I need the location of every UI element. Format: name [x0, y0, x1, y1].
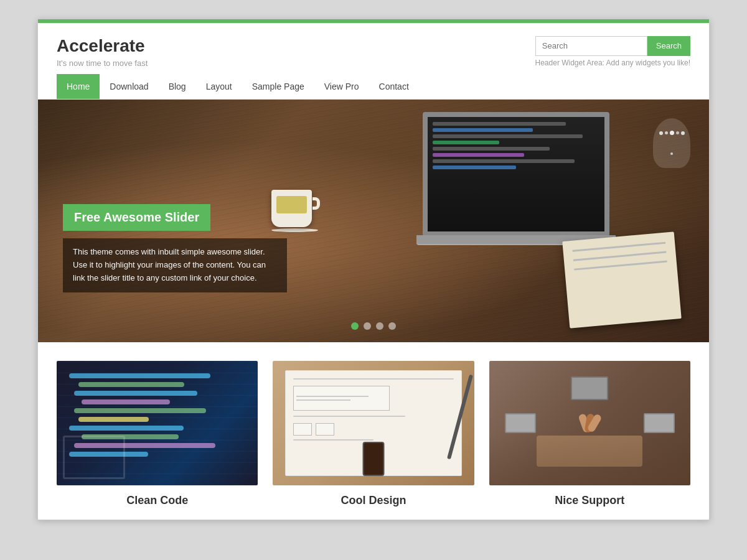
feature-card-support: Nice Support [489, 361, 690, 507]
slider-dot-4[interactable] [388, 322, 396, 330]
feature-title-support: Nice Support [555, 494, 624, 507]
nav-item-sample-page[interactable]: Sample Page [242, 74, 314, 99]
nav-item-home[interactable]: Home [57, 74, 100, 99]
support-overlay [489, 436, 690, 485]
header-widget-text: Header Widget Area: Add any widgets you … [535, 58, 690, 67]
feature-title-design: Cool Design [341, 494, 406, 507]
feature-card-code: Clean Code [57, 361, 258, 507]
search-bar: Search [535, 36, 690, 56]
slider-title-box: Free Awesome Slider [63, 204, 210, 231]
feature-card-design: Cool Design [273, 361, 474, 507]
nav-item-download[interactable]: Download [100, 74, 158, 99]
site-branding: Accelerate It's now time to move fast [57, 35, 148, 68]
header-right: Search Header Widget Area: Add any widge… [535, 36, 690, 67]
laptop-screen [423, 112, 609, 236]
feature-image-support [489, 361, 690, 485]
slider-dot-2[interactable] [364, 322, 371, 330]
slider-description: This theme comes with inbuilt simple awe… [73, 246, 277, 284]
nav-item-blog[interactable]: Blog [159, 74, 196, 99]
nav-item-contact[interactable]: Contact [369, 74, 419, 99]
search-button[interactable]: Search [647, 36, 690, 56]
feature-image-design [273, 361, 474, 485]
features-section: Clean Code [38, 342, 709, 520]
browser-window: Accelerate It's now time to move fast Se… [37, 19, 710, 520]
site-title: Accelerate [57, 35, 148, 57]
slider-dots [351, 322, 396, 330]
feature-title-code: Clean Code [126, 494, 188, 507]
hero-slider: Free Awesome Slider This theme comes wit… [38, 100, 709, 342]
slider-flower-decoration [653, 118, 690, 168]
feature-image-code [57, 361, 258, 485]
slider-overlay: Free Awesome Slider This theme comes wit… [63, 204, 287, 292]
navigation: Home Download Blog Layout Sample Page Vi… [38, 74, 709, 100]
site-tagline: It's now time to move fast [57, 58, 148, 68]
slider-background: Free Awesome Slider This theme comes wit… [38, 100, 709, 342]
site-header: Accelerate It's now time to move fast Se… [38, 23, 709, 74]
slider-dot-1[interactable] [351, 322, 359, 330]
slider-desc-box: This theme comes with inbuilt simple awe… [63, 238, 287, 292]
nav-item-layout[interactable]: Layout [196, 74, 242, 99]
search-input[interactable] [535, 36, 647, 56]
nav-item-view-pro[interactable]: View Pro [314, 74, 369, 99]
slider-dot-3[interactable] [376, 322, 383, 330]
slider-notebook-decoration [566, 236, 678, 324]
slider-title: Free Awesome Slider [74, 210, 199, 224]
